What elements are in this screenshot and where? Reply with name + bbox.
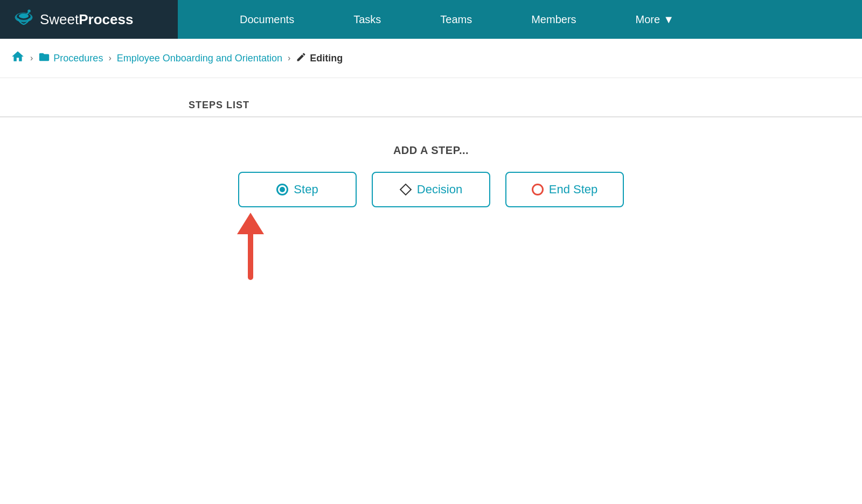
step-buttons-row: Step Decision End Step [238, 172, 624, 207]
red-arrow-annotation [215, 213, 280, 283]
breadcrumb: › Procedures › Employee Onboarding and O… [0, 39, 862, 78]
svg-marker-6 [237, 213, 264, 234]
add-step-section: ADD A STEP... Step Decision End Step [0, 134, 862, 293]
steps-list-header: STEPS LIST [0, 94, 862, 117]
add-step-label: ADD A STEP... [393, 144, 469, 157]
main-content: STEPS LIST ADD A STEP... Step Decision [0, 78, 862, 310]
nav-item-tasks[interactable]: Tasks [324, 0, 411, 39]
steps-list-title: STEPS LIST [189, 100, 249, 110]
navbar-menu: Documents Tasks Teams Members More ▼ [178, 0, 862, 39]
nav-item-teams[interactable]: Teams [411, 0, 502, 39]
end-step-button[interactable]: End Step [505, 172, 624, 207]
breadcrumb-separator-3: › [288, 53, 290, 63]
radio-icon [276, 184, 288, 195]
breadcrumb-procedure-name[interactable]: Employee Onboarding and Orientation [117, 53, 282, 64]
nav-item-more[interactable]: More ▼ [606, 0, 704, 39]
navbar: SweetProcess Documents Tasks Teams Membe… [0, 0, 862, 39]
decision-button[interactable]: Decision [372, 172, 490, 207]
brand-name: SweetProcess [40, 11, 133, 28]
breadcrumb-separator-2: › [108, 53, 111, 63]
home-icon[interactable] [11, 50, 25, 67]
radio-icon-inner [280, 187, 285, 192]
step-button[interactable]: Step [238, 172, 357, 207]
sweetprocess-logo-icon [13, 9, 34, 30]
nav-item-documents[interactable]: Documents [210, 0, 324, 39]
breadcrumb-current: Editing [296, 52, 343, 65]
svg-point-4 [27, 10, 30, 12]
nav-item-members[interactable]: Members [502, 0, 606, 39]
folder-icon [38, 51, 50, 66]
diamond-icon [400, 184, 412, 195]
brand-logo[interactable]: SweetProcess [0, 0, 178, 39]
chevron-down-icon: ▼ [663, 13, 674, 26]
breadcrumb-procedures[interactable]: Procedures [38, 51, 103, 66]
end-circle-icon [532, 184, 544, 195]
breadcrumb-separator-1: › [30, 53, 33, 63]
pencil-icon [296, 52, 307, 65]
